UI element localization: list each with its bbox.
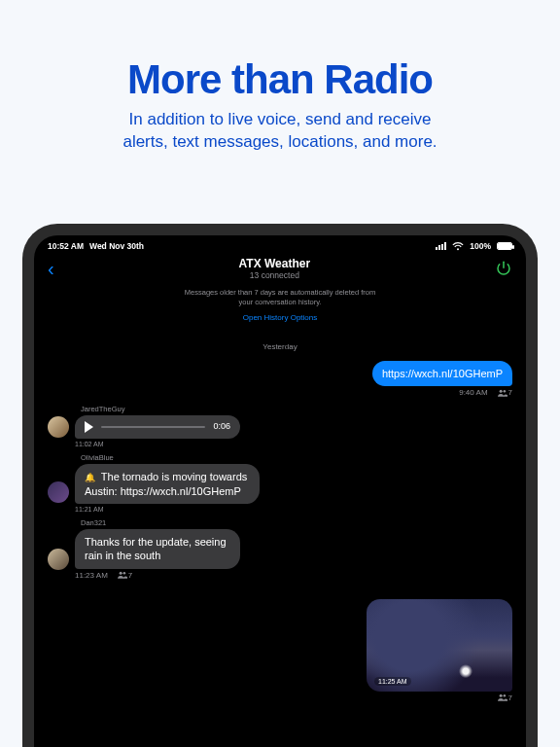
svg-point-2 xyxy=(119,572,122,575)
tablet-frame: 10:52 AM Wed Nov 30th 100% ‹ ATX Weather… xyxy=(22,224,538,747)
cellular-signal-icon xyxy=(436,242,446,250)
hero-subtitle: In addition to live voice, send and rece… xyxy=(0,109,560,154)
avatar[interactable] xyxy=(48,481,69,503)
message-bubble[interactable]: Thanks for the update, seeing rain in th… xyxy=(75,529,240,569)
voice-progress[interactable] xyxy=(101,426,205,428)
battery-icon xyxy=(497,242,512,250)
message-outgoing: https://wxch.nl/10GHemP 9:40 AM 7 xyxy=(48,361,512,397)
nav-header: ‹ ATX Weather 13 connected xyxy=(34,253,526,286)
avatar[interactable] xyxy=(48,549,69,570)
message-time: 11:25 AM xyxy=(374,677,411,686)
message-time: 11:23 AM xyxy=(75,571,108,580)
channel-subtitle: 13 connected xyxy=(54,270,495,280)
voice-duration: 0:06 xyxy=(213,421,230,433)
battery-percent: 100% xyxy=(470,241,491,251)
message-incoming: OliviaBlue 🔔 The tornado is moving towar… xyxy=(48,451,512,513)
message-bubble[interactable]: https://wxch.nl/10GHemP xyxy=(372,361,512,386)
hero-section: More than Radio In addition to live voic… xyxy=(0,0,560,154)
svg-point-5 xyxy=(503,694,506,697)
read-count-icon: 7 xyxy=(498,388,512,397)
sender-name: JaredTheGuy xyxy=(81,405,124,413)
svg-point-0 xyxy=(499,389,502,392)
history-notice: Messages older than 7 days are automatic… xyxy=(34,286,526,309)
play-icon[interactable] xyxy=(85,421,93,433)
message-list: https://wxch.nl/10GHemP 9:40 AM 7 JaredT… xyxy=(34,361,526,702)
sender-name: OliviaBlue xyxy=(81,453,114,462)
app-screen: 10:52 AM Wed Nov 30th 100% ‹ ATX Weather… xyxy=(34,235,526,747)
message-time: 11:02 AM xyxy=(75,441,240,447)
channel-title[interactable]: ATX Weather xyxy=(54,257,495,270)
date-divider: Yesterday xyxy=(34,342,526,351)
image-attachment[interactable]: 11:25 AM xyxy=(367,599,512,692)
svg-point-1 xyxy=(503,390,506,393)
message-time: 11:21 AM xyxy=(75,506,260,513)
message-outgoing-image: 11:25 AM 7 xyxy=(48,599,512,702)
open-history-options-link[interactable]: Open History Options xyxy=(34,311,526,325)
bell-icon: 🔔 xyxy=(85,473,95,482)
message-bubble[interactable]: 🔔 The tornado is moving towards Austin: … xyxy=(75,464,260,504)
avatar[interactable] xyxy=(48,416,69,438)
statusbar-time: 10:52 AM xyxy=(48,241,84,251)
message-incoming: JaredTheGuy 0:06 11:02 AM xyxy=(48,403,512,447)
message-incoming: Dan321 Thanks for the update, seeing rai… xyxy=(48,516,512,580)
power-button[interactable] xyxy=(495,260,512,277)
read-count-icon: 7 xyxy=(118,571,132,580)
svg-point-4 xyxy=(499,694,502,697)
sender-name: Dan321 xyxy=(81,518,106,527)
hero-title: More than Radio xyxy=(0,56,560,103)
voice-message-bubble[interactable]: 0:06 xyxy=(75,415,240,439)
back-button[interactable]: ‹ xyxy=(48,259,54,278)
message-time: 9:40 AM xyxy=(459,388,487,397)
wifi-icon xyxy=(452,242,464,251)
statusbar-date: Wed Nov 30th xyxy=(89,241,144,251)
svg-point-3 xyxy=(122,572,125,575)
read-count-icon: 7 xyxy=(498,694,512,702)
status-bar: 10:52 AM Wed Nov 30th 100% xyxy=(34,235,526,253)
